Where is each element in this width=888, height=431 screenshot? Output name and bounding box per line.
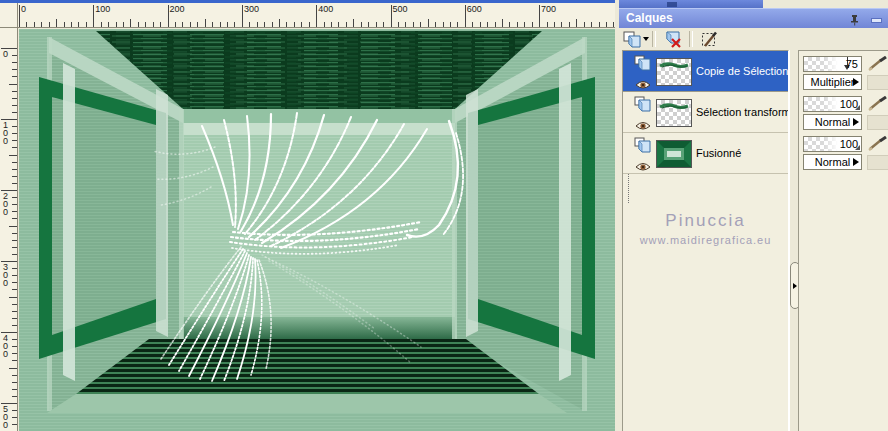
opacity-value: 100 bbox=[840, 138, 858, 150]
blend-mode-value: Multiplier bbox=[810, 76, 854, 88]
visibility-eye-icon[interactable] bbox=[635, 158, 651, 168]
ruler-label: 0 bbox=[21, 4, 26, 14]
blend-mode-dropdown[interactable]: Normal bbox=[803, 114, 862, 130]
opacity-field[interactable]: 100 bbox=[803, 96, 862, 112]
palette-body: Copie de Sélection trans Sélection tra bbox=[619, 50, 888, 431]
ruler-label: 300 bbox=[244, 4, 259, 14]
dashed-square-brush-icon bbox=[701, 31, 719, 48]
layer-name: Copie de Sélection trans bbox=[696, 51, 788, 91]
canvas-image[interactable] bbox=[19, 29, 615, 431]
opacity-value: 100 bbox=[840, 98, 858, 110]
ruler-label: 200 bbox=[170, 4, 185, 14]
new-layer-dropdown-arrow-icon[interactable] bbox=[643, 37, 649, 41]
blend-mode-value: Normal bbox=[815, 116, 850, 128]
green-room-artwork bbox=[19, 29, 615, 431]
layer-row[interactable]: Sélection transformée bbox=[623, 92, 788, 133]
layer-properties-panel: 75 Multiplier 100 Normal bbox=[798, 50, 888, 431]
room-back-wall bbox=[179, 109, 457, 339]
opacity-checker bbox=[804, 137, 838, 151]
layer-brush-icon[interactable] bbox=[867, 56, 888, 71]
visibility-eye-icon[interactable] bbox=[635, 117, 651, 127]
palette-title: Calques bbox=[626, 11, 673, 25]
layers-palette: Calques bbox=[615, 0, 888, 431]
pushpin-icon[interactable] bbox=[849, 13, 860, 25]
ruler-label: 100 bbox=[95, 4, 110, 14]
delete-layer-button[interactable] bbox=[659, 29, 686, 49]
layer-row[interactable]: Fusionné bbox=[623, 133, 788, 174]
watermark-url: www.maidiregrafica.eu bbox=[623, 234, 788, 246]
collapse-icon[interactable] bbox=[871, 18, 882, 23]
opacity-checker bbox=[804, 97, 838, 111]
splitter-arrow-icon bbox=[793, 283, 797, 289]
layer-thumbnail bbox=[656, 58, 692, 86]
layer-type-icon bbox=[634, 55, 652, 71]
horizontal-ruler: 0100200300400500600700 bbox=[18, 3, 615, 28]
visibility-eye-icon[interactable] bbox=[635, 76, 651, 86]
layer-properties-group: 100 Normal bbox=[803, 96, 888, 130]
layer-name: Fusionné bbox=[696, 133, 788, 173]
dropdown-arrow-icon[interactable] bbox=[853, 118, 859, 126]
layer-properties-group: 100 Normal bbox=[803, 136, 888, 170]
layer-name: Sélection transformée bbox=[696, 92, 788, 132]
ruler-label: 2 0 0 bbox=[3, 192, 8, 216]
blend-mode-dropdown[interactable]: Normal bbox=[803, 154, 862, 170]
ruler-label: 3 0 0 bbox=[3, 263, 8, 287]
palette-titlebar[interactable]: Calques bbox=[619, 8, 888, 28]
ruler-label: 4 0 0 bbox=[3, 334, 8, 358]
page-red-x-icon bbox=[664, 31, 682, 48]
app-window: 0100200300400500600700 01 0 02 0 03 0 04… bbox=[0, 0, 888, 431]
ruler-label: 600 bbox=[467, 4, 482, 14]
layer-thumbnail bbox=[656, 99, 692, 127]
dropdown-arrow-icon[interactable] bbox=[853, 158, 859, 166]
layer-properties-group: 75 Multiplier bbox=[803, 56, 888, 90]
layer-brush-icon[interactable] bbox=[867, 136, 888, 151]
docked-palette-edge bbox=[619, 0, 763, 8]
ruler-label: 5 0 0 bbox=[3, 405, 8, 429]
dropdown-arrow-icon[interactable] bbox=[853, 78, 859, 86]
edit-selection-button[interactable] bbox=[696, 29, 723, 49]
new-layer-button[interactable] bbox=[622, 29, 649, 49]
blend-mode-value: Normal bbox=[815, 156, 850, 168]
link-toggle-icon-disabled bbox=[867, 155, 888, 170]
toolbar-separator bbox=[689, 31, 693, 47]
new-layer-pages-icon bbox=[623, 31, 641, 48]
ruler-label: 400 bbox=[318, 4, 333, 14]
watermark: Pinuccia www.maidiregrafica.eu bbox=[623, 211, 788, 246]
ruler-label: 0 bbox=[3, 50, 8, 58]
opacity-checker bbox=[804, 57, 838, 71]
watermark-name: Pinuccia bbox=[623, 211, 788, 231]
blend-mode-dropdown[interactable]: Multiplier bbox=[803, 74, 862, 90]
layer-brush-icon[interactable] bbox=[867, 96, 888, 111]
ruler-label: 700 bbox=[541, 4, 556, 14]
opacity-field[interactable]: 100 bbox=[803, 136, 862, 152]
link-toggle-icon-disabled bbox=[867, 115, 888, 130]
layer-row[interactable]: Copie de Sélection trans bbox=[623, 51, 788, 92]
layer-type-icon bbox=[634, 137, 652, 153]
opacity-value: 75 bbox=[846, 58, 858, 70]
layer-thumbnail bbox=[656, 140, 692, 168]
opacity-field[interactable]: 75 bbox=[803, 56, 862, 72]
ruler-label: 1 0 0 bbox=[3, 121, 8, 145]
link-toggle-icon-disabled bbox=[867, 75, 888, 90]
layer-list: Copie de Sélection trans Sélection tra bbox=[622, 50, 789, 431]
layer-type-icon bbox=[634, 96, 652, 112]
palette-toolbar bbox=[619, 28, 888, 50]
toolbar-separator bbox=[652, 31, 656, 47]
ruler-label: 500 bbox=[393, 4, 408, 14]
vertical-ruler: 01 0 02 0 03 0 04 0 05 0 0 bbox=[0, 28, 18, 431]
ruler-corner bbox=[0, 3, 18, 28]
